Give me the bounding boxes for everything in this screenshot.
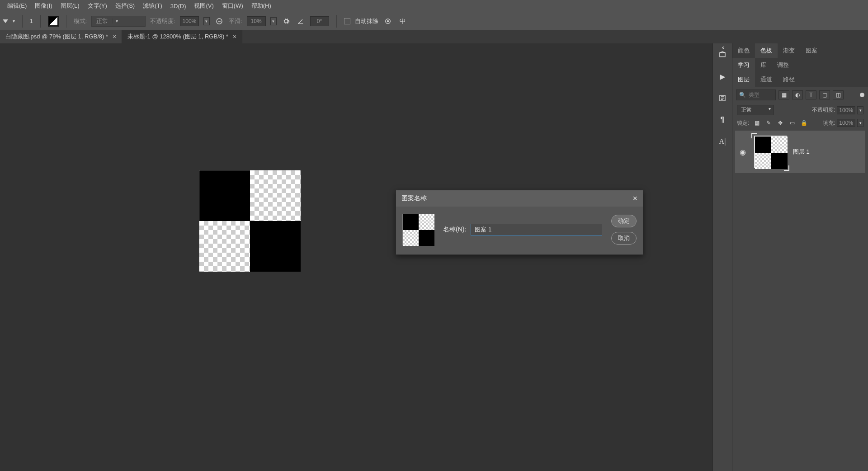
expand-panels-icon[interactable]: ‹‹ bbox=[713, 44, 732, 49]
pixel-black bbox=[419, 230, 434, 246]
auto-erase-checkbox[interactable] bbox=[344, 18, 350, 24]
menu-filter[interactable]: 滤镜(T) bbox=[139, 0, 166, 11]
filter-smart-icon[interactable]: ◫ bbox=[833, 90, 844, 99]
menu-type[interactable]: 文字(Y) bbox=[84, 0, 111, 11]
smoothing-chevron-icon[interactable]: ▾ bbox=[270, 17, 277, 25]
actions-icon[interactable]: ▶ bbox=[717, 71, 727, 81]
lock-all-icon[interactable]: 🔒 bbox=[800, 119, 808, 127]
blend-mode-value: 正常 bbox=[92, 17, 113, 25]
layer-row[interactable]: ◉ 图层 1 bbox=[735, 131, 865, 173]
tab-adjustments[interactable]: 调整 bbox=[772, 58, 794, 72]
tab-channels[interactable]: 通道 bbox=[755, 72, 778, 87]
close-icon[interactable]: × bbox=[233, 33, 236, 40]
pixel-transparent bbox=[419, 214, 434, 230]
brush-swatch-icon[interactable] bbox=[48, 16, 59, 27]
layer-name[interactable]: 图层 1 bbox=[793, 148, 810, 156]
menu-layer[interactable]: 图层(L) bbox=[57, 0, 83, 11]
filter-adjust-icon[interactable]: ◐ bbox=[792, 90, 803, 99]
tab-layers[interactable]: 图层 bbox=[732, 72, 755, 87]
close-icon[interactable]: × bbox=[113, 33, 116, 40]
history-icon[interactable] bbox=[717, 50, 727, 60]
canvas-area[interactable] bbox=[0, 43, 512, 471]
symmetry-icon[interactable] bbox=[397, 16, 407, 26]
ok-button[interactable]: 确定 bbox=[611, 215, 637, 227]
blend-mode-dropdown[interactable]: 正常 ▾ bbox=[91, 16, 146, 27]
menu-bar: 编辑(E) 图像(I) 图层(L) 文字(Y) 选择(S) 滤镜(T) 3D(D… bbox=[0, 0, 868, 12]
layer-thumbnail[interactable] bbox=[754, 136, 787, 168]
separator bbox=[66, 15, 66, 28]
pattern-name-dialog: 图案名称 × 名称(N): 确定 取消 bbox=[396, 190, 643, 255]
filter-shape-icon[interactable]: ▢ bbox=[819, 90, 830, 99]
collapsed-panel-strip: ‹‹ ▶ ¶ A| bbox=[712, 43, 732, 471]
filter-toggle-icon[interactable] bbox=[860, 93, 864, 97]
document-tab[interactable]: 白隐藏图.psd @ 79% (图层 1, RGB/8) * × bbox=[0, 30, 122, 43]
name-field-group: 名称(N): bbox=[443, 224, 602, 236]
pixel-transparent bbox=[250, 170, 301, 221]
tab-learn[interactable]: 学习 bbox=[732, 58, 755, 72]
layer-filter-row: 🔍 类型 ▦ ◐ T ▢ ◫ bbox=[732, 87, 868, 103]
menu-help[interactable]: 帮助(H) bbox=[248, 0, 275, 11]
character-icon[interactable]: A| bbox=[717, 137, 727, 146]
right-panel-stack: 颜色 色板 渐变 图案 学习 库 调整 图层 通道 路径 🔍 类型 ▦ ◐ T … bbox=[732, 43, 868, 471]
pixel-black bbox=[771, 153, 788, 169]
filter-pixel-icon[interactable]: ▦ bbox=[778, 90, 789, 99]
layer-fill-value[interactable]: 100% bbox=[837, 119, 855, 127]
angle-value[interactable]: 0° bbox=[310, 16, 329, 26]
pattern-preview bbox=[402, 214, 434, 245]
gear-icon[interactable] bbox=[281, 16, 291, 26]
pressure-opacity-icon[interactable] bbox=[214, 16, 224, 26]
layer-mode-row: 正常 不透明度: 100% ▾ bbox=[732, 103, 868, 117]
tool-preset-chevron-icon[interactable]: ▾ bbox=[13, 19, 15, 24]
close-icon[interactable]: × bbox=[632, 194, 637, 203]
filter-type-icon[interactable]: T bbox=[806, 90, 816, 99]
chevron-down-icon[interactable]: ▾ bbox=[857, 106, 863, 114]
menu-edit[interactable]: 编辑(E) bbox=[4, 0, 30, 11]
angle-icon[interactable] bbox=[296, 16, 306, 26]
tab-gradients[interactable]: 渐变 bbox=[778, 43, 800, 58]
document-tab[interactable]: 未标题-1 @ 12800% (图层 1, RGB/8) * × bbox=[122, 30, 242, 43]
cancel-button[interactable]: 取消 bbox=[611, 232, 637, 245]
mode-label: 模式: bbox=[74, 17, 87, 25]
lock-move-icon[interactable]: ✥ bbox=[776, 119, 784, 127]
canvas[interactable] bbox=[199, 170, 300, 271]
opacity-value[interactable]: 100% bbox=[180, 16, 199, 26]
dialog-titlebar[interactable]: 图案名称 × bbox=[396, 190, 643, 207]
layer-filter-type[interactable]: 🔍 类型 bbox=[736, 89, 776, 100]
menu-window[interactable]: 窗口(W) bbox=[218, 0, 247, 11]
pressure-size-icon[interactable] bbox=[383, 16, 393, 26]
tab-libraries[interactable]: 库 bbox=[755, 58, 772, 72]
lock-brush-icon[interactable]: ✎ bbox=[764, 119, 773, 127]
menu-select[interactable]: 选择(S) bbox=[112, 0, 138, 11]
chevron-down-icon[interactable]: ▾ bbox=[857, 119, 863, 127]
lock-artboard-icon[interactable]: ▭ bbox=[788, 119, 796, 127]
tab-patterns[interactable]: 图案 bbox=[800, 43, 823, 58]
paragraph-icon[interactable]: ¶ bbox=[717, 115, 727, 125]
menu-3d[interactable]: 3D(D) bbox=[167, 1, 190, 11]
pixel-transparent bbox=[403, 230, 419, 246]
properties-icon[interactable] bbox=[717, 93, 727, 103]
tool-icon[interactable] bbox=[3, 19, 8, 23]
layer-blend-mode-dropdown[interactable]: 正常 bbox=[737, 105, 774, 115]
separator bbox=[336, 15, 337, 28]
pattern-name-input[interactable] bbox=[471, 224, 602, 236]
auto-erase-label: 自动抹除 bbox=[355, 17, 378, 25]
svg-rect-3 bbox=[720, 53, 725, 57]
document-tab-label: 未标题-1 @ 12800% (图层 1, RGB/8) * bbox=[127, 33, 228, 41]
tab-paths[interactable]: 路径 bbox=[778, 72, 800, 87]
menu-view[interactable]: 视图(V) bbox=[190, 0, 217, 11]
separator bbox=[22, 15, 23, 28]
tab-color[interactable]: 颜色 bbox=[732, 43, 755, 58]
opacity-label: 不透明度: bbox=[150, 17, 175, 25]
brush-size-value[interactable]: 1 bbox=[30, 18, 33, 24]
chevron-down-icon: ▾ bbox=[113, 19, 121, 24]
tab-swatches[interactable]: 色板 bbox=[755, 43, 778, 58]
visibility-icon[interactable]: ◉ bbox=[740, 148, 748, 156]
lock-transparency-icon[interactable]: ▩ bbox=[753, 119, 761, 127]
menu-image[interactable]: 图像(I) bbox=[31, 0, 56, 11]
pixel-transparent bbox=[771, 137, 788, 153]
layer-opacity-value[interactable]: 100% bbox=[837, 106, 855, 114]
opacity-chevron-icon[interactable]: ▾ bbox=[203, 17, 210, 25]
pixel-black bbox=[199, 170, 250, 221]
smoothing-value[interactable]: 10% bbox=[247, 16, 266, 26]
dialog-buttons: 确定 取消 bbox=[611, 215, 637, 245]
